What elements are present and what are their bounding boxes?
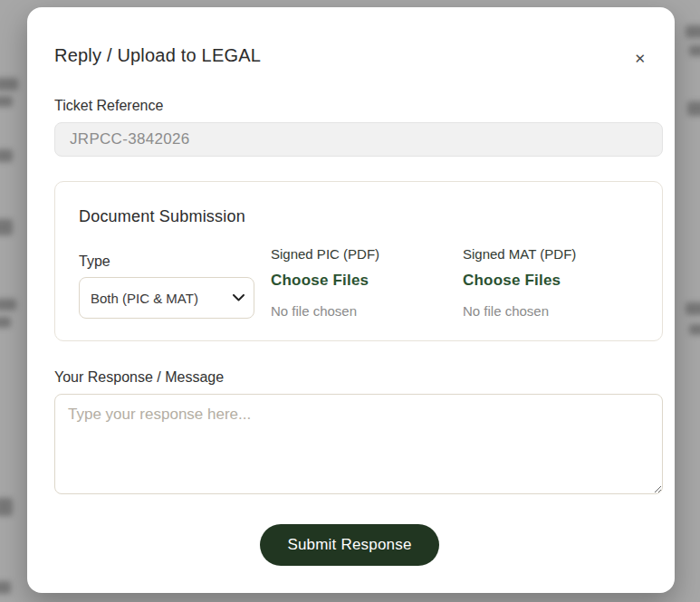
ticket-reference-label: Ticket Reference — [54, 98, 654, 114]
type-select[interactable]: Both (PIC & MAT) — [79, 277, 254, 319]
choose-files-pic-button[interactable]: Choose Files — [271, 272, 369, 290]
signed-pic-upload: Signed PIC (PDF) Choose Files No file ch… — [271, 246, 446, 319]
pic-file-status: No file chosen — [271, 303, 446, 319]
response-label: Your Response / Message — [54, 369, 654, 386]
mat-file-status: No file chosen — [463, 303, 638, 319]
close-icon[interactable]: ✕ — [632, 48, 647, 69]
type-select-control[interactable]: Both (PIC & MAT) — [79, 277, 254, 319]
document-submission-card: Document Submission Type Both (PIC & MAT… — [54, 181, 663, 341]
submit-response-button[interactable]: Submit Response — [260, 524, 438, 566]
reply-upload-dialog: Reply / Upload to LEGAL ✕ Ticket Referen… — [27, 7, 675, 593]
signed-pic-label: Signed PIC (PDF) — [271, 246, 446, 262]
choose-files-mat-button[interactable]: Choose Files — [463, 272, 561, 290]
dialog-header: Reply / Upload to LEGAL ✕ — [45, 45, 654, 69]
signed-mat-label: Signed MAT (PDF) — [463, 246, 638, 262]
ticket-reference-input[interactable] — [54, 122, 663, 157]
dialog-title: Reply / Upload to LEGAL — [54, 45, 261, 66]
document-submission-row: Type Both (PIC & MAT) Signed PIC (PDF) C… — [79, 246, 638, 319]
type-label: Type — [79, 253, 254, 270]
document-submission-title: Document Submission — [79, 207, 638, 226]
type-column: Type Both (PIC & MAT) — [79, 253, 254, 319]
submit-row: Submit Response — [45, 524, 654, 566]
signed-mat-upload: Signed MAT (PDF) Choose Files No file ch… — [463, 246, 638, 319]
response-textarea[interactable] — [54, 394, 663, 494]
